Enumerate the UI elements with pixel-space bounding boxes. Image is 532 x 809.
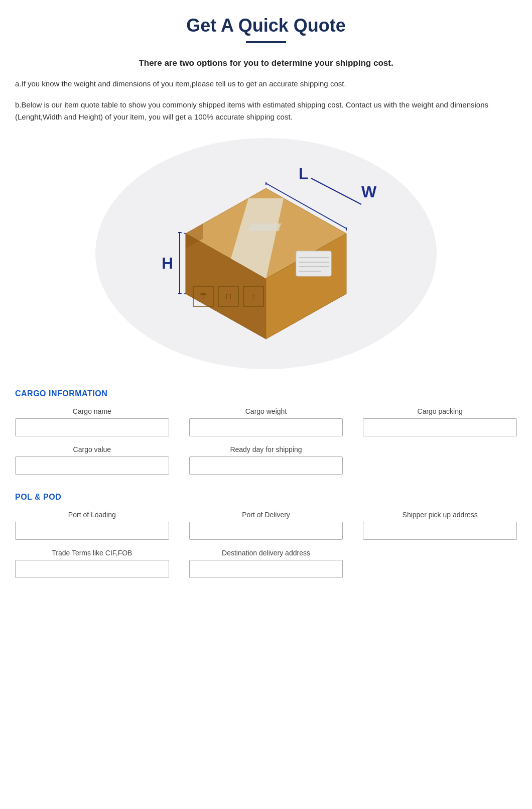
cargo-name-label: Cargo name (15, 407, 169, 415)
svg-text:⊓: ⊓ (225, 292, 231, 300)
cargo-value-field: Cargo value (15, 445, 169, 475)
box-svg: ☂ ⊓ ↑ (151, 158, 381, 349)
trade-terms-input[interactable] (15, 560, 169, 578)
shipper-pickup-input[interactable] (363, 522, 517, 540)
cargo-packing-label: Cargo packing (363, 407, 517, 415)
svg-line-25 (180, 233, 186, 234)
port-loading-field: Port of Loading (15, 511, 169, 540)
destination-delivery-input[interactable] (189, 560, 343, 578)
title-underline (246, 41, 286, 43)
port-loading-label: Port of Loading (15, 511, 169, 519)
cargo-packing-input[interactable] (363, 418, 517, 436)
cargo-value-input[interactable] (15, 456, 169, 475)
cargo-weight-field: Cargo weight (189, 407, 343, 436)
pol-pod-row-1: Port of Loading Port of Delivery Shipper… (15, 511, 517, 540)
svg-marker-15 (248, 223, 281, 231)
ready-day-label: Ready day for shipping (189, 445, 343, 453)
svg-text:L: L (299, 165, 309, 183)
destination-delivery-field: Destination delivery address (189, 549, 343, 578)
svg-line-21 (311, 178, 361, 204)
port-delivery-input[interactable] (189, 522, 343, 540)
cargo-row-2: Cargo value Ready day for shipping (15, 445, 517, 475)
description-a: a.If you know the weight and dimensions … (15, 78, 517, 90)
cargo-packing-field: Cargo packing (363, 407, 517, 436)
ready-day-input[interactable] (189, 456, 343, 475)
cargo-name-input[interactable] (15, 418, 169, 436)
pol-pod-row-2: Trade Terms like CIF,FOB Destination del… (15, 549, 517, 578)
svg-text:H: H (162, 254, 173, 272)
cargo-weight-input[interactable] (189, 418, 343, 436)
cargo-weight-label: Cargo weight (189, 407, 343, 415)
port-delivery-label: Port of Delivery (189, 511, 343, 519)
cargo-heading: CARGO INFORMATION (15, 389, 517, 398)
oval-background: ☂ ⊓ ↑ (95, 138, 437, 369)
cargo-empty-col (363, 445, 517, 475)
port-delivery-field: Port of Delivery (189, 511, 343, 540)
destination-delivery-label: Destination delivery address (189, 549, 343, 557)
box-diagram: ☂ ⊓ ↑ (151, 158, 381, 349)
cargo-row-1: Cargo name Cargo weight Cargo packing (15, 407, 517, 436)
description-b: b.Below is our item quote table to show … (15, 99, 517, 123)
box-illustration: ☂ ⊓ ↑ (15, 138, 517, 369)
shipper-pickup-field: Shipper pick up address (363, 511, 517, 540)
page-title: Get A Quick Quote (15, 15, 517, 36)
cargo-section: CARGO INFORMATION Cargo name Cargo weigh… (15, 389, 517, 475)
cargo-value-label: Cargo value (15, 445, 169, 453)
pol-pod-empty-col (363, 549, 517, 578)
ready-day-field: Ready day for shipping (189, 445, 343, 475)
shipper-pickup-label: Shipper pick up address (363, 511, 517, 519)
pol-pod-heading: POL & POD (15, 493, 517, 502)
trade-terms-field: Trade Terms like CIF,FOB (15, 549, 169, 578)
svg-rect-10 (296, 251, 331, 276)
port-loading-input[interactable] (15, 522, 169, 540)
pol-pod-section: POL & POD Port of Loading Port of Delive… (15, 493, 517, 578)
svg-text:☂: ☂ (199, 291, 207, 301)
cargo-name-field: Cargo name (15, 407, 169, 436)
svg-text:↑: ↑ (251, 292, 255, 300)
trade-terms-label: Trade Terms like CIF,FOB (15, 549, 169, 557)
svg-text:W: W (361, 183, 377, 201)
subtitle: There are two options for you to determi… (15, 58, 517, 68)
